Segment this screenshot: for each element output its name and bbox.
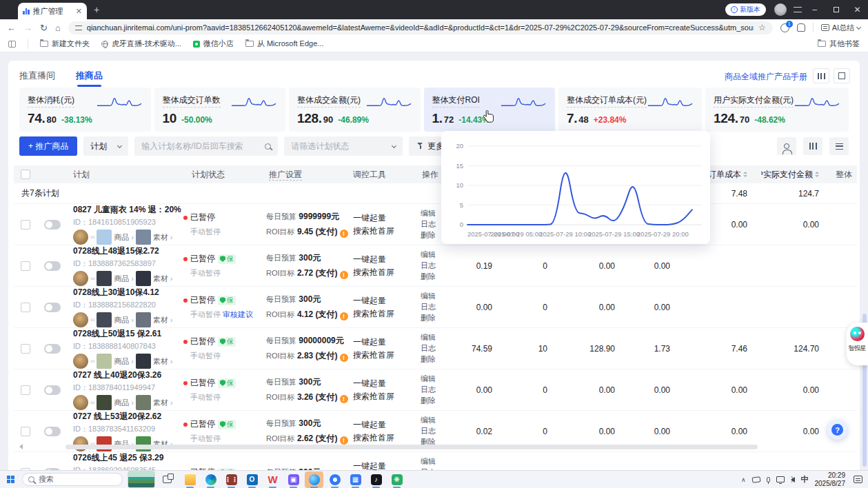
metric-settings-button[interactable] bbox=[813, 68, 829, 83]
page-tab-product[interactable]: 推商品 bbox=[76, 70, 103, 87]
tool-link[interactable]: 一键起量 bbox=[353, 336, 421, 348]
stat-card[interactable]: 整体成交订单成本(元)7.48+23.84% bbox=[558, 88, 702, 132]
tool-link[interactable]: 一键起量 bbox=[353, 212, 421, 224]
notification-extension-icon[interactable] bbox=[780, 23, 789, 32]
browser-tab[interactable]: 推广管理 ✕ bbox=[18, 3, 87, 19]
horizontal-scrollbar[interactable] bbox=[65, 445, 758, 449]
row-toggle-switch[interactable] bbox=[44, 261, 61, 271]
refresh-icon[interactable]: ↻ bbox=[40, 23, 48, 32]
network-icon[interactable] bbox=[776, 476, 785, 482]
product-link[interactable]: 商品 › bbox=[114, 232, 133, 243]
row-checkbox[interactable] bbox=[21, 385, 30, 395]
row-checkbox[interactable] bbox=[21, 427, 30, 436]
bookmark-star-icon[interactable]: ☆ bbox=[758, 23, 766, 32]
tray-expand-icon[interactable]: ∧ bbox=[741, 476, 746, 483]
taskbar-search[interactable]: 搜索 bbox=[22, 473, 123, 486]
product-link[interactable]: 商品 › bbox=[114, 274, 133, 284]
tool-link[interactable]: 一键起量 bbox=[353, 254, 421, 265]
bookmark-item[interactable]: 虎牙直播-技术驱动... bbox=[101, 39, 181, 49]
row-checkbox[interactable] bbox=[21, 220, 30, 230]
stat-card[interactable]: 整体成交金额(元)128.90-46.89% bbox=[289, 88, 421, 132]
product-link[interactable]: 商品 › bbox=[114, 356, 133, 367]
tool-link[interactable]: 一键起量 bbox=[353, 295, 421, 307]
maximize-button[interactable] bbox=[825, 0, 847, 19]
material-link[interactable]: 素材 › bbox=[153, 398, 172, 408]
browser-menu-icon[interactable] bbox=[794, 7, 802, 12]
custom-columns-button[interactable] bbox=[803, 137, 822, 155]
tool-link[interactable]: 搜索抢首屏 bbox=[353, 349, 421, 361]
delete-action[interactable]: 删除 bbox=[421, 313, 456, 323]
touchpad-icon[interactable] bbox=[751, 476, 760, 483]
log-action[interactable]: 日志 bbox=[421, 302, 456, 312]
page-tab-live-room[interactable]: 推直播间 bbox=[19, 70, 55, 87]
ai-summary-button[interactable]: AI总结 bbox=[821, 23, 860, 33]
row-toggle-switch[interactable] bbox=[44, 220, 61, 230]
stat-card[interactable]: 整体成交订单数10-50.00% bbox=[154, 88, 286, 132]
side-panel-icon[interactable] bbox=[8, 41, 16, 48]
forward-icon[interactable]: → bbox=[23, 23, 32, 32]
row-checkbox[interactable] bbox=[21, 344, 30, 354]
close-button[interactable]: ✕ bbox=[847, 0, 868, 19]
bookmark-item[interactable]: 微信小店 bbox=[193, 39, 234, 49]
edit-action[interactable]: 编辑 bbox=[421, 374, 456, 384]
address-bar[interactable]: qianchuan.jinritemai.com/uni-prom?aavid=… bbox=[68, 21, 773, 34]
log-action[interactable]: 日志 bbox=[421, 426, 456, 436]
microphone-icon[interactable] bbox=[767, 477, 770, 482]
blue-app-taskbar-icon[interactable]: ▦ bbox=[346, 471, 365, 488]
start-button[interactable] bbox=[7, 476, 14, 483]
table-settings-button[interactable] bbox=[829, 137, 849, 155]
delete-action[interactable]: 删除 bbox=[421, 272, 456, 282]
tool-link[interactable]: 一键起量 bbox=[353, 378, 421, 389]
bookmark-item[interactable]: 新建文件夹 bbox=[40, 39, 90, 49]
profile-avatar[interactable] bbox=[774, 3, 787, 16]
plan-search-box[interactable] bbox=[134, 136, 278, 156]
delete-action[interactable]: 删除 bbox=[421, 396, 456, 406]
material-link[interactable]: 素材 › bbox=[153, 274, 172, 284]
sort-icon[interactable] bbox=[815, 172, 819, 177]
stat-card[interactable]: 整体支付ROI1.72-14.43% bbox=[424, 88, 556, 132]
log-action[interactable]: 日志 bbox=[421, 261, 456, 271]
new-tab-button[interactable]: + bbox=[94, 4, 99, 15]
edit-action[interactable]: 编辑 bbox=[421, 456, 456, 467]
product-link[interactable]: 商品 › bbox=[114, 398, 133, 408]
purple-app-taskbar-icon[interactable]: ▣ bbox=[284, 471, 303, 488]
task-view-icon[interactable] bbox=[163, 476, 172, 483]
log-action[interactable]: 日志 bbox=[421, 343, 456, 354]
edit-action[interactable]: 编辑 bbox=[421, 415, 456, 425]
tool-link[interactable]: 搜索抢首屏 bbox=[353, 267, 421, 278]
delete-action[interactable]: 删除 bbox=[421, 354, 456, 365]
site-settings-icon[interactable] bbox=[75, 26, 82, 30]
active-browser-taskbar-icon[interactable] bbox=[305, 471, 323, 488]
new-version-button[interactable]: ↑ 新版本 bbox=[725, 3, 766, 16]
douyin-taskbar-icon[interactable]: ♪ bbox=[367, 471, 385, 488]
material-link[interactable]: 素材 › bbox=[153, 232, 172, 243]
stat-card[interactable]: 用户实际支付金额(元)124.70-48.62% bbox=[705, 88, 849, 132]
other-bookmarks-button[interactable]: 其他书签 bbox=[818, 39, 860, 49]
dimension-select[interactable]: 计划 bbox=[83, 136, 128, 156]
tool-link[interactable]: 搜索抢首屏 bbox=[353, 432, 421, 444]
row-checkbox[interactable] bbox=[21, 303, 30, 312]
bookmark-item[interactable]: 从 Microsoft Edge... bbox=[245, 39, 324, 49]
file-explorer-taskbar-icon[interactable] bbox=[181, 471, 199, 488]
scroll-left-icon[interactable] bbox=[19, 444, 23, 449]
tab-close-icon[interactable]: ✕ bbox=[76, 7, 82, 16]
extension-icon[interactable] bbox=[797, 23, 805, 32]
row-toggle-switch[interactable] bbox=[44, 385, 61, 395]
edit-action[interactable]: 编辑 bbox=[421, 291, 456, 301]
select-all-checkbox[interactable] bbox=[21, 170, 30, 179]
wechat-store-taskbar-icon[interactable]: ❋ bbox=[387, 471, 406, 488]
clock[interactable]: 20:29 2025/8/27 bbox=[815, 471, 846, 488]
edit-action[interactable]: 编辑 bbox=[421, 250, 456, 260]
review-suggestion-link[interactable]: 审核建议 bbox=[223, 310, 253, 318]
help-button[interactable]: ? bbox=[827, 420, 847, 440]
minimize-button[interactable]: – bbox=[804, 0, 825, 19]
tool-link[interactable]: 一键起量 bbox=[353, 419, 421, 431]
edit-action[interactable]: 编辑 bbox=[421, 332, 456, 343]
material-link[interactable]: 素材 › bbox=[153, 356, 172, 367]
sort-icon[interactable] bbox=[743, 172, 747, 177]
fullscreen-button[interactable] bbox=[834, 68, 850, 83]
quark-browser-taskbar-icon[interactable] bbox=[325, 471, 344, 488]
ime-indicator[interactable]: 中 bbox=[801, 474, 809, 485]
back-icon[interactable]: ← bbox=[7, 23, 16, 32]
promote-product-button[interactable]: + 推广商品 bbox=[19, 136, 77, 156]
